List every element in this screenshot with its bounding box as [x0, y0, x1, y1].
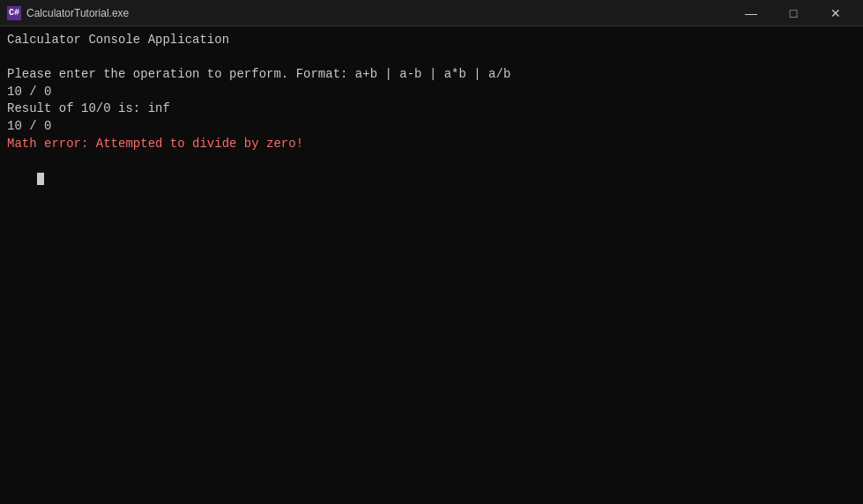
console-line-result: Result of 10/0 is: inf: [7, 100, 856, 118]
console-line-prompt: Please enter the operation to perform. F…: [7, 66, 856, 84]
console-line-blank: [7, 49, 856, 67]
title-bar-left: C# CalculatorTutorial.exe: [7, 6, 129, 20]
console-line-error: Math error: Attempted to divide by zero!: [7, 136, 856, 153]
close-button[interactable]: ✕: [815, 0, 856, 26]
console-area: Calculator Console Application Please en…: [0, 26, 863, 504]
window-title: CalculatorTutorial.exe: [26, 7, 129, 19]
minimize-button[interactable]: —: [731, 0, 771, 26]
console-cursor-line: [7, 152, 856, 204]
app-icon: C#: [7, 6, 21, 20]
title-bar-controls: — □ ✕: [731, 0, 856, 26]
maximize-button[interactable]: □: [773, 0, 814, 26]
title-bar: C# CalculatorTutorial.exe — □ ✕: [0, 0, 863, 26]
console-line-input2: 10 / 0: [7, 118, 856, 136]
cursor: [37, 173, 44, 185]
console-line-0: Calculator Console Application: [7, 32, 856, 49]
app-icon-text: C#: [9, 8, 19, 18]
console-line-input1: 10 / 0: [7, 84, 856, 101]
